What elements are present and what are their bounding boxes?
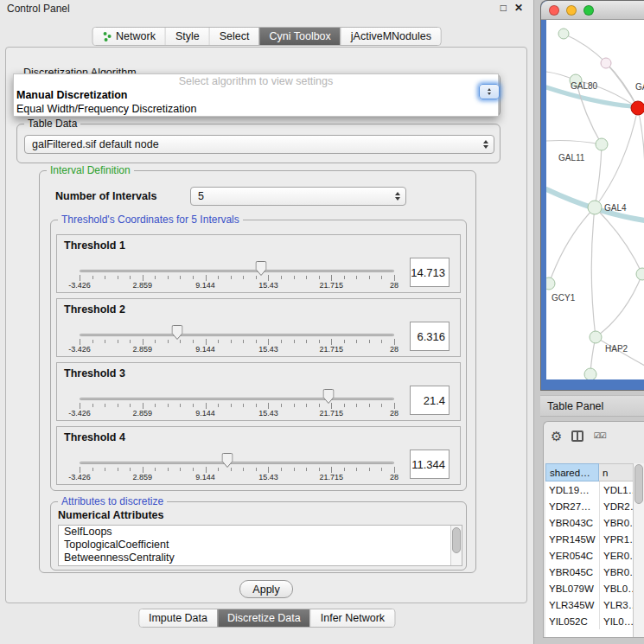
attribute-item[interactable]: TopologicalCoefficient [59,539,462,552]
network-titlebar[interactable] [541,1,644,20]
network-node[interactable] [588,201,602,214]
tab-label: Infer Network [321,612,385,624]
network-edge [606,63,638,108]
table-row[interactable]: YBR043CYBR0… [545,514,634,531]
close-icon[interactable]: ✕ [514,2,523,14]
threshold-box: Threshold 4-3.4262.8599.14415.4321.71528… [56,426,461,485]
network-node[interactable] [601,58,611,68]
numerical-attributes-list[interactable]: SelfLoopsTopologicalCoefficientBetweenne… [58,525,462,566]
control-panel-titlebar: Control Panel □ ✕ [0,0,533,17]
network-node[interactable] [558,29,569,39]
scale-label: 21.715 [319,281,343,290]
cell-shared-name: YBR043C [545,518,599,528]
attributes-scrollbar[interactable] [450,526,462,565]
threshold-value-field[interactable]: 6.316 [410,322,450,351]
tab-label: Cyni Toolbox [269,30,330,42]
network-node[interactable] [596,138,608,150]
table-row[interactable]: YBL079WYBL0… [545,580,634,596]
numerical-attributes-label: Numerical Attributes [58,509,163,521]
tab-infer-network[interactable]: Infer Network [310,609,394,627]
slider-thumb[interactable] [222,453,233,468]
network-node[interactable] [590,331,602,343]
column-header-name[interactable]: n [599,463,634,481]
cell-shared-name: YDR27… [545,501,599,512]
threshold-slider[interactable]: -3.4262.8599.14415.4321.71528 [80,322,394,356]
table-row[interactable]: YLR345WYLR3… [545,596,634,613]
table-scrollbar-thumb[interactable] [634,464,643,504]
table-row[interactable]: YDL19…YDL1… [545,481,634,498]
table-row[interactable]: YPR145WYPR1… [545,531,634,547]
scale-label: 9.144 [195,281,215,290]
threshold-label: Threshold 4 [64,431,125,443]
network-canvas[interactable]: GAL80GAGAL11GAL4GCY1HAP2 [546,20,644,379]
tab-label: Network [116,30,156,42]
network-node[interactable] [546,277,555,290]
table-panel-title: Table Panel [547,400,603,412]
threshold-value-field[interactable]: 11.344 [410,450,450,479]
threshold-slider[interactable]: -3.4262.8599.14415.4321.71528 [80,258,394,292]
node-label: HAP2 [605,344,628,354]
slider-ticks [80,274,394,281]
close-traffic-light[interactable] [549,5,559,16]
algorithm-option-manual-discretization[interactable]: Manual Discretization [14,88,498,102]
attributes-scrollbar-thumb[interactable] [452,527,461,553]
network-node[interactable] [636,268,644,280]
column-header-shared-name[interactable]: shared… [545,463,599,481]
attribute-item[interactable]: BetweennessCentrality [59,552,462,564]
tab-cyni-toolbox[interactable]: Cyni Toolbox [258,28,340,45]
table-row[interactable]: YER054CYER0… [545,547,634,564]
tab-impute-data[interactable]: Impute Data [139,609,217,627]
network-view-window: GAL80GAGAL11GAL4GCY1HAP2 [540,0,644,391]
table-row[interactable]: YBR045CYBR0… [545,564,634,580]
scale-label: 15.43 [258,409,278,418]
algorithm-combo-arrows[interactable] [479,84,500,99]
threshold-slider[interactable]: -3.4262.8599.14415.4321.71528 [80,386,394,420]
cell-shared-name: YDL19… [545,485,599,495]
minimize-traffic-light[interactable] [566,5,577,16]
network-node[interactable] [631,101,644,115]
table-data-value: galFiltered.sif default node [32,138,159,150]
attribute-item[interactable]: SelfLoops [59,526,462,539]
tab-jactivemnodules[interactable]: jActiveMNodules [341,28,441,45]
combo-arrows-icon [395,192,400,201]
slider-track [80,270,394,272]
scale-label: 9.144 [195,345,215,354]
slider-ticks [80,402,394,409]
select-columns-icon[interactable]: ☑☑ [593,431,605,440]
threshold-value-field[interactable]: 14.713 [410,258,450,287]
network-node[interactable] [584,368,596,379]
scale-label: 28 [390,281,399,290]
table-scrollbar[interactable] [633,463,644,637]
table-row[interactable]: YDR27…YDR2… [545,498,634,514]
slider-thumb[interactable] [256,261,267,276]
attributes-group: Attributes to discretize Numerical Attri… [50,501,467,571]
gear-icon[interactable]: ⚙ [551,430,562,443]
float-window-icon[interactable]: □ [501,2,507,14]
threshold-slider[interactable]: -3.4262.8599.14415.4321.71528 [80,450,394,484]
network-graph[interactable]: GAL80GAGAL11GAL4GCY1HAP2 [546,20,644,379]
scale-label: 9.144 [195,409,215,418]
table-data-combobox[interactable]: galFiltered.sif default node [24,135,494,154]
tab-discretize-data[interactable]: Discretize Data [217,609,310,627]
cell-name: YDL1… [599,481,634,498]
number-of-intervals-combobox[interactable]: 5 [190,187,406,206]
algorithm-popup: Select algorithm to view settings Manual… [13,73,499,117]
threshold-value-field[interactable]: 21.4 [410,386,450,415]
network-edge [546,141,602,145]
tab-network[interactable]: Network [92,28,165,45]
tab-select[interactable]: Select [209,28,259,45]
algorithm-option-equal-width-frequency-discretization[interactable]: Equal Width/Frequency Discretization [14,102,498,116]
network-edge [595,144,602,207]
cell-name: YBL0… [599,580,634,596]
slider-thumb[interactable] [322,389,334,404]
table-row[interactable]: YIL052CYIL0… [545,613,634,629]
scale-label: 21.715 [319,409,343,418]
node-label: GAL80 [571,81,598,91]
tab-style[interactable]: Style [165,28,209,45]
zoom-traffic-light[interactable] [583,5,594,16]
columns-icon[interactable] [571,430,583,442]
tab-label: Style [175,30,200,42]
slider-thumb[interactable] [171,325,182,340]
apply-button[interactable]: Apply [239,580,293,598]
threshold-label: Threshold 3 [64,367,125,379]
